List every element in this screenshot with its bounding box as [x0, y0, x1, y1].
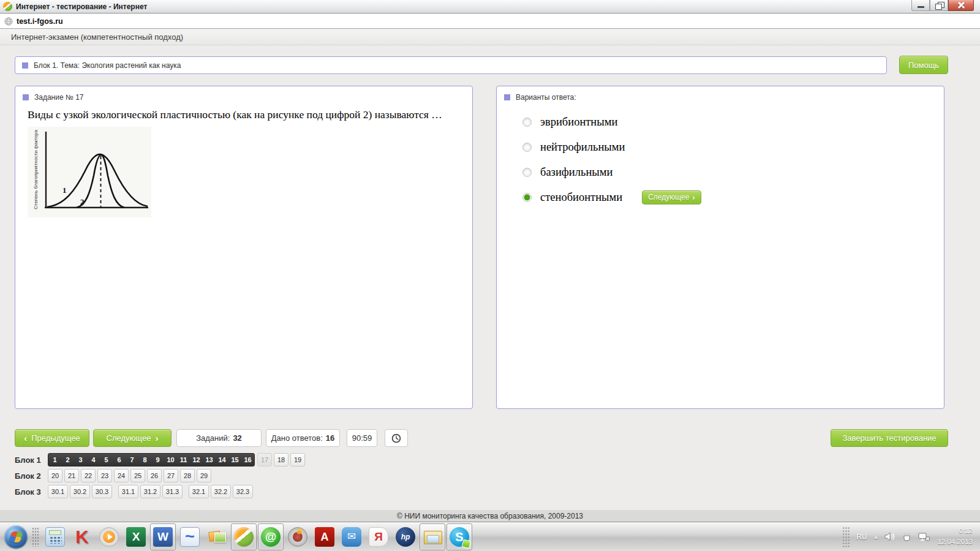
question-nav-item[interactable]: 9 — [151, 454, 164, 466]
clock-button[interactable] — [385, 429, 408, 447]
question-nav-item[interactable]: 32.1 — [189, 485, 209, 498]
question-nav-item[interactable]: 26 — [147, 469, 162, 482]
question-nav-item[interactable]: 27 — [164, 469, 178, 482]
adobe-reader-icon-button[interactable]: A — [312, 523, 337, 550]
skype-icon-button[interactable]: S — [447, 523, 472, 550]
network-icon[interactable] — [918, 532, 930, 542]
tray-clock[interactable]: 0:12 12.04.2013 — [937, 526, 973, 547]
radio-icon[interactable] — [522, 118, 532, 127]
explorer-icon-button[interactable] — [420, 523, 445, 550]
radio-icon[interactable] — [522, 143, 532, 152]
question-nav-item[interactable]: 30.3 — [92, 485, 112, 498]
question-bullet-icon — [23, 94, 29, 100]
question-nav-item[interactable]: 10 — [164, 454, 177, 466]
start-button — [4, 525, 28, 549]
block-label: Блок 1 — [15, 455, 48, 465]
question-nav-item[interactable]: 19 — [290, 453, 305, 467]
question-nav-item[interactable]: 12 — [190, 454, 203, 466]
timer-value: 90:59 — [352, 433, 372, 443]
previous-button[interactable]: ‹ Предыдущее — [15, 429, 89, 447]
question-nav-item[interactable]: 3 — [74, 454, 87, 466]
radio-selected-icon[interactable] — [522, 193, 532, 202]
question-nav-item[interactable]: 4 — [87, 454, 100, 466]
question-nav-item-current[interactable]: 17 — [257, 453, 272, 467]
figure-y-axis-label: Степень благоприятности фактора — [33, 129, 39, 209]
browser-icon — [234, 527, 254, 547]
mail-icon-button[interactable]: ✉ — [339, 523, 364, 550]
question-nav-item[interactable]: 23 — [97, 469, 112, 482]
browser-logo-icon — [3, 2, 12, 11]
close-button[interactable] — [948, 0, 974, 11]
question-nav-item[interactable]: 29 — [197, 469, 211, 482]
question-nav-item[interactable]: 32.2 — [211, 485, 231, 498]
question-nav-item[interactable]: 30.1 — [48, 485, 68, 498]
question-nav-item[interactable]: 11 — [177, 454, 190, 466]
calculator-icon-button[interactable] — [42, 523, 68, 550]
question-nav-item[interactable]: 5 — [100, 454, 113, 466]
photo-viewer-icon-button[interactable] — [204, 523, 230, 550]
mailru-agent-icon-button[interactable]: @ — [258, 523, 284, 550]
answer-option[interactable]: базифильными — [522, 165, 701, 179]
question-nav-item[interactable]: 2 — [61, 454, 74, 466]
language-indicator[interactable]: RU — [856, 533, 867, 541]
excel-icon-button[interactable]: X — [123, 523, 149, 550]
calculator-icon — [45, 527, 65, 547]
question-nav-item[interactable]: 1 — [48, 454, 61, 466]
question-nav-item[interactable]: 31.1 — [118, 485, 138, 498]
question-nav-item[interactable]: 18 — [274, 453, 288, 467]
block-items: 20212223242526272829 — [48, 469, 213, 482]
speaker-icon[interactable] — [884, 532, 895, 541]
adobe-reader-icon: A — [315, 527, 334, 547]
media-player-icon-button[interactable] — [96, 523, 122, 550]
kaspersky-icon-button[interactable]: K — [69, 523, 95, 550]
next-button-label: Следующее — [107, 433, 151, 443]
globe-icon — [4, 17, 13, 26]
question-nav-item[interactable]: 30.2 — [70, 485, 90, 498]
finish-test-button[interactable]: Завершить тестирование — [831, 429, 948, 447]
answer-option[interactable]: стенобионтнымиСледующее› — [522, 190, 701, 204]
question-nav-item[interactable]: 32.3 — [233, 485, 253, 498]
radio-icon[interactable] — [522, 168, 532, 177]
chevron-up-icon[interactable]: ▲ — [873, 534, 879, 540]
question-nav-item[interactable]: 16 — [241, 454, 254, 466]
question-nav-item[interactable]: 24 — [114, 469, 129, 482]
quick-launch-dots-icon-button — [30, 523, 41, 550]
url-bar[interactable]: test.i-fgos.ru — [0, 14, 980, 29]
help-button[interactable]: Помощь — [899, 56, 948, 74]
corel-icon-button[interactable]: ~ — [177, 523, 203, 550]
block-row: Блок 330.130.230.331.131.231.332.132.232… — [15, 485, 307, 498]
inline-next-button[interactable]: Следующее› — [642, 190, 701, 204]
browser-icon-button[interactable] — [231, 523, 257, 550]
start-button-button[interactable] — [3, 523, 29, 550]
next-button[interactable]: Следующее › — [93, 429, 172, 447]
help-button-label: Помощь — [908, 61, 939, 70]
question-nav-item[interactable]: 22 — [81, 469, 96, 482]
question-nav-item[interactable]: 13 — [203, 454, 216, 466]
question-nav-item[interactable]: 14 — [216, 454, 228, 466]
timer: 90:59 — [347, 429, 377, 447]
restore-button[interactable] — [930, 0, 948, 11]
answer-option[interactable]: нейтрофильными — [522, 140, 701, 154]
power-plug-icon[interactable] — [902, 532, 912, 542]
yandex-icon-button[interactable]: Я — [366, 523, 391, 550]
question-nav-item[interactable]: 25 — [130, 469, 145, 482]
question-nav-item[interactable]: 6 — [113, 454, 126, 466]
answer-label: базифильными — [540, 166, 612, 179]
answer-option[interactable]: эврибионтными — [522, 114, 701, 129]
copyright-text: © НИИ мониторинга качества образования, … — [397, 512, 583, 520]
question-nav-item[interactable]: 28 — [180, 469, 195, 482]
question-nav-item[interactable]: 20 — [48, 469, 62, 482]
question-nav-item[interactable]: 31.3 — [162, 485, 183, 498]
question-nav-item[interactable]: 31.2 — [140, 485, 160, 498]
minimize-button[interactable] — [911, 0, 930, 11]
question-nav-item[interactable]: 21 — [64, 469, 79, 482]
security-app-icon-button[interactable] — [285, 523, 311, 550]
hp-icon-button[interactable]: hp — [393, 523, 418, 550]
word-icon-button[interactable]: W — [150, 523, 176, 550]
answered-questions-bar: 12345678910111213141516 — [48, 453, 255, 467]
topic-bullet-icon — [22, 62, 28, 69]
curve-label-1: 1 — [62, 186, 67, 195]
question-nav-item[interactable]: 7 — [126, 454, 138, 466]
question-nav-item[interactable]: 8 — [138, 454, 151, 466]
question-nav-item[interactable]: 15 — [228, 454, 241, 466]
